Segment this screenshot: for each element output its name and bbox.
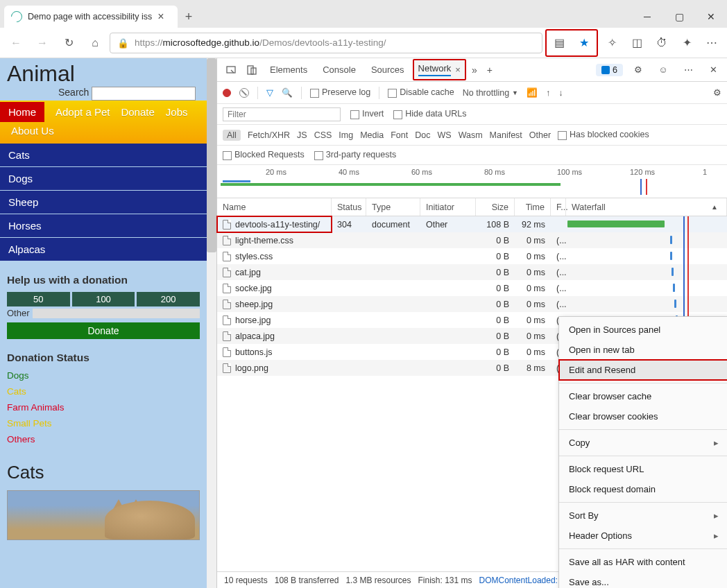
has-blocked-checkbox[interactable]: Has blocked cookies [558, 130, 649, 139]
col-initiator[interactable]: Initiator [420, 198, 476, 216]
col-time[interactable]: Time [515, 198, 551, 216]
sidebar-item[interactable]: Cats [0, 144, 207, 167]
col-size[interactable]: Size [476, 198, 515, 216]
window-minimize-button[interactable]: ─ [631, 6, 663, 28]
nav-jobs[interactable]: Jobs [166, 106, 188, 118]
page-scrollbar[interactable] [207, 58, 216, 588]
extensions-icon[interactable]: ✧ [601, 32, 623, 54]
blocked-requests-checkbox[interactable]: Blocked Requests [223, 150, 305, 159]
donate-button[interactable]: Donate [7, 322, 200, 339]
type-filter[interactable]: WS [437, 130, 451, 140]
context-menu-item[interactable]: Edit and Resend [559, 360, 727, 380]
type-filter[interactable]: Other [529, 130, 551, 140]
table-row[interactable]: socke.jpg0 B0 ms(... [217, 280, 727, 296]
disable-cache-checkbox[interactable]: Disable cache [388, 87, 454, 97]
record-button[interactable] [223, 89, 231, 97]
performance-icon[interactable]: ⏱ [651, 32, 673, 54]
col-type[interactable]: Type [366, 198, 420, 216]
type-filter[interactable]: Img [339, 130, 353, 140]
tab-close-icon[interactable]: × [157, 10, 164, 23]
tab-network[interactable]: Network [418, 63, 452, 76]
more-tabs-icon[interactable]: » [468, 64, 481, 76]
import-icon[interactable]: ↑ [546, 88, 550, 98]
preserve-log-checkbox[interactable]: Preserve log [310, 87, 370, 97]
timeline-overview[interactable]: 20 ms 40 ms 60 ms 80 ms 100 ms 120 ms 1 [217, 165, 727, 198]
collections-icon[interactable]: ◫ [626, 32, 648, 54]
type-filter[interactable]: All [223, 130, 241, 141]
context-menu-item[interactable]: Open in new tab [559, 340, 727, 360]
network-conditions-icon[interactable]: 📶 [527, 87, 538, 98]
type-filter[interactable]: Doc [415, 130, 430, 140]
type-filter[interactable]: Font [391, 130, 408, 140]
url-input[interactable]: 🔒 https://microsoftedge.github.io/Demos/… [110, 33, 542, 53]
table-row[interactable]: styles.css0 B0 ms(... [217, 248, 727, 264]
browser-tab[interactable]: Demo page with accessibility iss × [4, 6, 178, 28]
clear-button[interactable] [239, 88, 249, 98]
window-maximize-button[interactable]: ▢ [663, 6, 695, 28]
refresh-button[interactable]: ↻ [57, 31, 80, 55]
type-filter[interactable]: Fetch/XHR [248, 130, 290, 140]
tab-console[interactable]: Console [316, 60, 363, 79]
feedback-icon[interactable]: ☺ [653, 60, 673, 80]
donation-amount[interactable]: 50 [7, 292, 70, 306]
type-filter[interactable]: Wasm [459, 130, 483, 140]
sidebar-item[interactable]: Sheep [0, 191, 207, 214]
network-settings-icon[interactable]: ⚙ [713, 87, 721, 98]
more-tools-icon[interactable]: ⋯ [678, 60, 698, 80]
context-menu-item[interactable]: Header Options▸ [559, 526, 727, 546]
nav-donate[interactable]: Donate [121, 106, 154, 118]
context-menu-item[interactable]: Copy▸ [559, 433, 727, 453]
table-row[interactable]: devtools-a11y-testing/304documentOther10… [217, 216, 727, 232]
sidebar-item[interactable]: Alpacas [0, 238, 207, 261]
nav-home[interactable]: Home [0, 102, 44, 122]
home-button[interactable]: ⌂ [83, 31, 107, 55]
nav-about[interactable]: About Us [11, 125, 54, 137]
tab-close-icon[interactable]: × [455, 64, 461, 75]
issues-badge[interactable]: 6 [596, 64, 623, 76]
search-icon[interactable]: 🔍 [282, 87, 293, 98]
type-filter[interactable]: Media [360, 130, 384, 140]
hide-urls-checkbox[interactable]: Hide data URLs [393, 109, 466, 119]
context-menu-item[interactable]: Block request URL [559, 459, 727, 479]
window-close-button[interactable]: ✕ [695, 6, 727, 28]
table-header[interactable]: Name Status Type Initiator Size Time F..… [217, 198, 727, 216]
new-tab-button[interactable]: + [178, 6, 200, 28]
nav-adopt[interactable]: Adopt a Pet [55, 106, 110, 118]
reader-icon[interactable]: ▤ [548, 32, 570, 54]
context-menu-item[interactable]: Save as... [559, 572, 727, 588]
table-row[interactable]: cat.jpg0 B0 ms(... [217, 264, 727, 280]
favorite-icon[interactable]: ★ [573, 32, 595, 54]
context-menu-item[interactable]: Block request domain [559, 479, 727, 499]
settings-icon[interactable]: ⚙ [628, 60, 648, 80]
copilot-icon[interactable]: ✦ [676, 32, 698, 54]
more-icon[interactable]: ⋯ [701, 32, 723, 54]
context-menu-item[interactable]: Clear browser cache [559, 386, 727, 406]
context-menu-item[interactable]: Open in Sources panel [559, 320, 727, 340]
throttling-select[interactable]: No throttling ▼ [463, 88, 518, 98]
col-name[interactable]: Name [217, 198, 332, 216]
donation-amount[interactable]: 100 [72, 292, 135, 306]
tab-sources[interactable]: Sources [364, 60, 411, 79]
back-button[interactable]: ← [4, 31, 28, 55]
type-filter[interactable]: Manifest [490, 130, 522, 140]
third-party-checkbox[interactable]: 3rd-party requests [314, 150, 396, 159]
context-menu-item[interactable]: Sort By▸ [559, 505, 727, 526]
context-menu-item[interactable]: Clear browser cookies [559, 406, 727, 426]
search-input[interactable] [92, 87, 196, 101]
invert-checkbox[interactable]: Invert [350, 109, 384, 119]
inspect-icon[interactable] [221, 60, 241, 80]
add-tab-icon[interactable]: + [483, 64, 497, 76]
sidebar-item[interactable]: Dogs [0, 167, 207, 191]
col-waterfall[interactable]: Waterfall▲ [566, 198, 727, 216]
forward-button[interactable]: → [31, 31, 54, 55]
donation-slider[interactable] [33, 309, 200, 318]
filter-input[interactable] [223, 107, 341, 121]
filter-toggle-icon[interactable]: ▽ [266, 87, 273, 98]
device-icon[interactable] [242, 60, 262, 80]
type-filter[interactable]: JS [297, 130, 307, 140]
export-icon[interactable]: ↓ [558, 88, 563, 98]
tab-elements[interactable]: Elements [263, 60, 314, 79]
close-devtools-icon[interactable]: ✕ [703, 60, 723, 80]
col-f[interactable]: F... [551, 198, 566, 216]
col-status[interactable]: Status [332, 198, 366, 216]
